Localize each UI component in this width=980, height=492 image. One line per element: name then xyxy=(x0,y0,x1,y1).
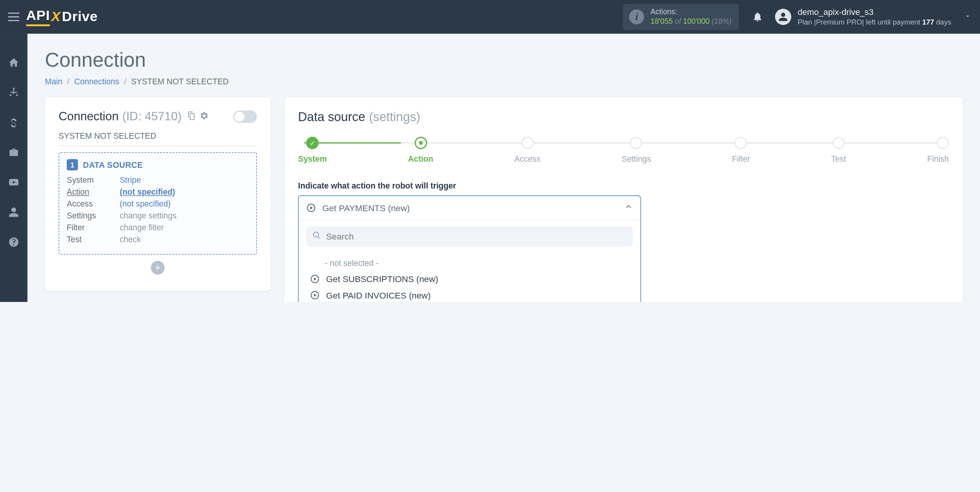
user-name: demo_apix-drive_s3 xyxy=(798,7,951,18)
ds-row-access: Access(not specified) xyxy=(67,199,249,208)
step-test[interactable]: Test xyxy=(831,137,846,164)
connection-card: Connection (ID: 45710) SYSTEM NOT SELECT… xyxy=(45,97,271,291)
svg-point-4 xyxy=(314,232,318,237)
data-source-block[interactable]: 1 DATA SOURCE SystemStripe Action(not sp… xyxy=(59,152,257,254)
step-finish[interactable]: Finish xyxy=(927,137,949,164)
user-plan: Plan |Premium PRO| left until payment 17… xyxy=(798,18,951,27)
svg-rect-2 xyxy=(8,20,19,21)
ds-row-system: SystemStripe xyxy=(67,175,249,185)
step-action[interactable]: Action xyxy=(408,137,433,164)
notifications-icon[interactable] xyxy=(746,11,769,22)
option-none[interactable]: - not selected - xyxy=(299,255,640,271)
connection-id: (ID: 45710) xyxy=(122,110,181,124)
data-source-settings-card: Data source (settings) ✓System Action Ac… xyxy=(284,97,963,302)
play-icon xyxy=(310,274,320,284)
actions-of: of xyxy=(675,17,681,26)
option-subscriptions[interactable]: Get SUBSCRIPTIONS (new) xyxy=(299,271,640,287)
connection-title: Connection xyxy=(59,110,119,124)
option-paid-invoices[interactable]: Get PAID INVOICES (new) xyxy=(299,287,640,302)
connection-subtitle: SYSTEM NOT SELECTED xyxy=(59,131,257,146)
breadcrumb-main[interactable]: Main xyxy=(45,77,62,86)
logo[interactable]: APIXDrive xyxy=(26,8,98,26)
actions-total: 100'000 xyxy=(683,17,710,26)
briefcase-icon[interactable] xyxy=(0,145,28,160)
svg-rect-0 xyxy=(8,13,19,14)
logo-api: API xyxy=(26,8,50,26)
connections-icon[interactable] xyxy=(0,85,28,100)
page-title: Connection xyxy=(45,49,962,72)
search-icon xyxy=(312,231,321,242)
user-menu[interactable]: demo_apix-drive_s3 Plan |Premium PRO| le… xyxy=(775,7,951,27)
copy-icon[interactable] xyxy=(186,111,196,123)
step-filter[interactable]: Filter xyxy=(732,137,750,164)
main: Connection Main / Connections / SYSTEM N… xyxy=(28,34,980,302)
topbar: APIXDrive i Actions: 18'055 of 100'000 (… xyxy=(0,0,980,34)
action-field-label: Indicate what action the robot will trig… xyxy=(298,181,949,190)
stepper: ✓System Action Access Settings Filter Te… xyxy=(298,137,949,164)
help-icon[interactable] xyxy=(0,235,28,249)
youtube-icon[interactable] xyxy=(0,175,28,190)
action-search-input[interactable] xyxy=(326,231,627,241)
logo-drive: Drive xyxy=(62,9,98,25)
step-settings[interactable]: Settings xyxy=(622,137,651,164)
play-icon xyxy=(310,290,320,300)
chevron-up-icon xyxy=(624,202,633,213)
actions-pct: (18%) xyxy=(712,17,732,26)
settings-icon[interactable] xyxy=(199,111,209,123)
add-step-button[interactable]: + xyxy=(151,261,165,275)
data-source-title: DATA SOURCE xyxy=(83,160,143,169)
ds-settings-subtitle: (settings) xyxy=(369,110,420,124)
actions-used: 18'055 xyxy=(650,17,673,26)
action-select-head[interactable]: Get PAYMENTS (new) xyxy=(299,196,640,220)
menu-toggle-button[interactable] xyxy=(5,13,23,21)
info-icon: i xyxy=(629,9,644,24)
breadcrumb-connections[interactable]: Connections xyxy=(74,77,119,86)
ds-settings-title: Data source xyxy=(298,110,366,124)
home-icon[interactable] xyxy=(0,55,28,70)
user-menu-caret-icon[interactable] xyxy=(964,11,972,22)
avatar-icon xyxy=(775,9,791,25)
data-source-badge: 1 xyxy=(67,159,78,170)
step-system[interactable]: ✓System xyxy=(298,137,327,164)
actions-counter[interactable]: i Actions: 18'055 of 100'000 (18%) xyxy=(623,4,739,30)
svg-rect-1 xyxy=(8,16,19,17)
action-select-value: Get PAYMENTS (new) xyxy=(322,203,410,213)
account-icon[interactable] xyxy=(0,205,28,220)
play-icon xyxy=(306,203,316,213)
connection-toggle[interactable] xyxy=(233,110,257,123)
action-select: Get PAYMENTS (new) - not selected - Get … xyxy=(298,195,641,302)
breadcrumb-current: SYSTEM NOT SELECTED xyxy=(131,77,229,86)
ds-row-action: Action(not specified) xyxy=(67,187,249,197)
breadcrumb: Main / Connections / SYSTEM NOT SELECTED xyxy=(45,77,962,86)
step-access[interactable]: Access xyxy=(514,137,541,164)
billing-icon[interactable] xyxy=(0,115,28,130)
action-search[interactable] xyxy=(306,226,633,246)
ds-row-filter: Filterchange filter xyxy=(67,223,249,232)
ds-row-test: Testcheck xyxy=(67,235,249,244)
actions-label: Actions: xyxy=(650,8,732,17)
action-options: - not selected - Get SUBSCRIPTIONS (new)… xyxy=(299,253,640,302)
sidebar xyxy=(0,34,28,302)
ds-row-settings: Settingschange settings xyxy=(67,211,249,220)
logo-x: X xyxy=(51,9,61,25)
